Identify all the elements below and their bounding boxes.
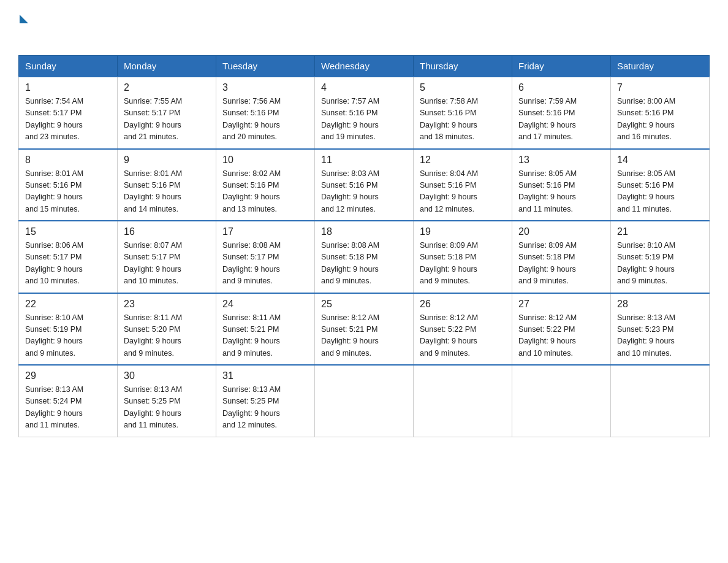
calendar-week-1: 1Sunrise: 7:54 AM Sunset: 5:17 PM Daylig… (19, 77, 710, 149)
calendar-week-2: 8Sunrise: 8:01 AM Sunset: 5:16 PM Daylig… (19, 149, 710, 221)
day-info: Sunrise: 8:04 AM Sunset: 5:16 PM Dayligh… (420, 168, 506, 216)
calendar-cell: 4Sunrise: 7:57 AM Sunset: 5:16 PM Daylig… (315, 77, 414, 149)
column-header-monday: Monday (118, 56, 216, 77)
calendar-cell: 28Sunrise: 8:13 AM Sunset: 5:23 PM Dayli… (611, 293, 710, 366)
calendar-cell (611, 365, 710, 437)
calendar-cell: 22Sunrise: 8:10 AM Sunset: 5:19 PM Dayli… (19, 293, 118, 366)
column-header-sunday: Sunday (19, 56, 118, 77)
calendar-cell: 21Sunrise: 8:10 AM Sunset: 5:19 PM Dayli… (611, 221, 710, 293)
day-info: Sunrise: 8:12 AM Sunset: 5:22 PM Dayligh… (420, 312, 506, 360)
day-info: Sunrise: 7:54 AM Sunset: 5:17 PM Dayligh… (25, 96, 111, 144)
day-info: Sunrise: 7:58 AM Sunset: 5:16 PM Dayligh… (420, 96, 506, 144)
day-number: 24 (222, 299, 308, 310)
day-number: 30 (124, 370, 210, 381)
calendar-cell: 15Sunrise: 8:06 AM Sunset: 5:17 PM Dayli… (19, 221, 118, 293)
column-header-tuesday: Tuesday (216, 56, 315, 77)
day-number: 7 (617, 82, 703, 93)
day-number: 3 (222, 82, 308, 93)
calendar-cell: 24Sunrise: 8:11 AM Sunset: 5:21 PM Dayli… (216, 293, 315, 366)
calendar-cell: 12Sunrise: 8:04 AM Sunset: 5:16 PM Dayli… (414, 149, 512, 221)
day-number: 9 (124, 155, 210, 166)
calendar-body: 1Sunrise: 7:54 AM Sunset: 5:17 PM Daylig… (19, 77, 710, 437)
day-number: 26 (420, 299, 506, 310)
calendar-table: SundayMondayTuesdayWednesdayThursdayFrid… (18, 55, 710, 437)
day-number: 13 (518, 155, 604, 166)
day-number: 6 (518, 82, 604, 93)
day-info: Sunrise: 8:01 AM Sunset: 5:16 PM Dayligh… (25, 168, 111, 216)
calendar-cell: 2Sunrise: 7:55 AM Sunset: 5:17 PM Daylig… (118, 77, 216, 149)
day-info: Sunrise: 8:05 AM Sunset: 5:16 PM Dayligh… (518, 168, 604, 216)
calendar-cell: 7Sunrise: 8:00 AM Sunset: 5:16 PM Daylig… (611, 77, 710, 149)
day-number: 25 (321, 299, 407, 310)
day-info: Sunrise: 8:03 AM Sunset: 5:16 PM Dayligh… (321, 168, 407, 216)
day-number: 27 (518, 299, 604, 310)
page-header (18, 12, 710, 43)
day-number: 10 (222, 155, 308, 166)
calendar-cell: 26Sunrise: 8:12 AM Sunset: 5:22 PM Dayli… (414, 293, 512, 366)
day-info: Sunrise: 8:07 AM Sunset: 5:17 PM Dayligh… (124, 240, 210, 288)
day-number: 2 (124, 82, 210, 93)
day-info: Sunrise: 7:56 AM Sunset: 5:16 PM Dayligh… (222, 96, 308, 144)
day-info: Sunrise: 8:11 AM Sunset: 5:21 PM Dayligh… (222, 312, 308, 360)
day-number: 11 (321, 155, 407, 166)
logo-arrow-icon (20, 15, 28, 23)
day-number: 21 (617, 226, 703, 237)
day-number: 1 (25, 82, 111, 93)
calendar-cell: 5Sunrise: 7:58 AM Sunset: 5:16 PM Daylig… (414, 77, 512, 149)
calendar-cell: 14Sunrise: 8:05 AM Sunset: 5:16 PM Dayli… (611, 149, 710, 221)
calendar-cell (512, 365, 611, 437)
day-number: 20 (518, 226, 604, 237)
day-info: Sunrise: 8:13 AM Sunset: 5:25 PM Dayligh… (124, 384, 210, 432)
day-info: Sunrise: 8:11 AM Sunset: 5:20 PM Dayligh… (124, 312, 210, 360)
column-header-wednesday: Wednesday (315, 56, 414, 77)
day-info: Sunrise: 8:05 AM Sunset: 5:16 PM Dayligh… (617, 168, 703, 216)
calendar-week-3: 15Sunrise: 8:06 AM Sunset: 5:17 PM Dayli… (19, 221, 710, 293)
day-number: 8 (25, 155, 111, 166)
day-number: 16 (124, 226, 210, 237)
day-info: Sunrise: 8:12 AM Sunset: 5:22 PM Dayligh… (518, 312, 604, 360)
logo (18, 12, 28, 43)
calendar-cell: 31Sunrise: 8:13 AM Sunset: 5:25 PM Dayli… (216, 365, 315, 437)
calendar-cell: 9Sunrise: 8:01 AM Sunset: 5:16 PM Daylig… (118, 149, 216, 221)
day-info: Sunrise: 8:10 AM Sunset: 5:19 PM Dayligh… (617, 240, 703, 288)
column-header-friday: Friday (512, 56, 611, 77)
day-number: 23 (124, 299, 210, 310)
day-number: 31 (222, 370, 308, 381)
calendar-cell: 25Sunrise: 8:12 AM Sunset: 5:21 PM Dayli… (315, 293, 414, 366)
day-info: Sunrise: 7:57 AM Sunset: 5:16 PM Dayligh… (321, 96, 407, 144)
day-number: 4 (321, 82, 407, 93)
calendar-cell: 19Sunrise: 8:09 AM Sunset: 5:18 PM Dayli… (414, 221, 512, 293)
calendar-cell: 3Sunrise: 7:56 AM Sunset: 5:16 PM Daylig… (216, 77, 315, 149)
calendar-cell (414, 365, 512, 437)
day-number: 17 (222, 226, 308, 237)
day-info: Sunrise: 8:00 AM Sunset: 5:16 PM Dayligh… (617, 96, 703, 144)
calendar-cell: 20Sunrise: 8:09 AM Sunset: 5:18 PM Dayli… (512, 221, 611, 293)
day-info: Sunrise: 8:12 AM Sunset: 5:21 PM Dayligh… (321, 312, 407, 360)
calendar-cell: 18Sunrise: 8:08 AM Sunset: 5:18 PM Dayli… (315, 221, 414, 293)
day-info: Sunrise: 8:13 AM Sunset: 5:24 PM Dayligh… (25, 384, 111, 432)
day-info: Sunrise: 8:13 AM Sunset: 5:25 PM Dayligh… (222, 384, 308, 432)
calendar-cell: 8Sunrise: 8:01 AM Sunset: 5:16 PM Daylig… (19, 149, 118, 221)
day-number: 22 (25, 299, 111, 310)
calendar-cell: 16Sunrise: 8:07 AM Sunset: 5:17 PM Dayli… (118, 221, 216, 293)
day-info: Sunrise: 8:09 AM Sunset: 5:18 PM Dayligh… (518, 240, 604, 288)
calendar-cell: 23Sunrise: 8:11 AM Sunset: 5:20 PM Dayli… (118, 293, 216, 366)
day-info: Sunrise: 8:08 AM Sunset: 5:18 PM Dayligh… (321, 240, 407, 288)
calendar-week-5: 29Sunrise: 8:13 AM Sunset: 5:24 PM Dayli… (19, 365, 710, 437)
day-number: 12 (420, 155, 506, 166)
calendar-cell: 10Sunrise: 8:02 AM Sunset: 5:16 PM Dayli… (216, 149, 315, 221)
day-number: 19 (420, 226, 506, 237)
day-info: Sunrise: 8:13 AM Sunset: 5:23 PM Dayligh… (617, 312, 703, 360)
day-number: 14 (617, 155, 703, 166)
calendar-cell: 11Sunrise: 8:03 AM Sunset: 5:16 PM Dayli… (315, 149, 414, 221)
day-number: 18 (321, 226, 407, 237)
day-info: Sunrise: 8:08 AM Sunset: 5:17 PM Dayligh… (222, 240, 308, 288)
calendar-cell: 30Sunrise: 8:13 AM Sunset: 5:25 PM Dayli… (118, 365, 216, 437)
day-info: Sunrise: 8:10 AM Sunset: 5:19 PM Dayligh… (25, 312, 111, 360)
column-header-saturday: Saturday (611, 56, 710, 77)
calendar-header: SundayMondayTuesdayWednesdayThursdayFrid… (19, 56, 710, 77)
day-info: Sunrise: 7:59 AM Sunset: 5:16 PM Dayligh… (518, 96, 604, 144)
day-info: Sunrise: 8:09 AM Sunset: 5:18 PM Dayligh… (420, 240, 506, 288)
day-info: Sunrise: 8:02 AM Sunset: 5:16 PM Dayligh… (222, 168, 308, 216)
calendar-cell: 17Sunrise: 8:08 AM Sunset: 5:17 PM Dayli… (216, 221, 315, 293)
